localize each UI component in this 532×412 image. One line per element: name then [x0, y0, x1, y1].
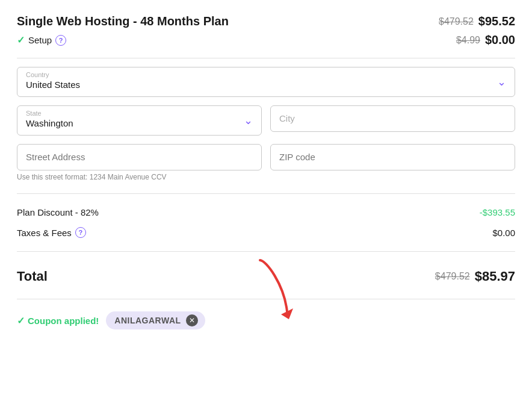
total-price-group: $479.52 $85.97	[435, 269, 515, 284]
taxes-label-text: Taxes & Fees	[17, 228, 72, 238]
plan-original-price: $479.52	[439, 16, 474, 27]
zip-input-wrapper[interactable]	[270, 144, 515, 170]
setup-original-price: $4.99	[456, 35, 480, 46]
setup-help-icon[interactable]: ?	[55, 35, 66, 46]
setup-row: ✓ Setup ? $4.99 $0.00	[17, 33, 515, 47]
divider-mid	[17, 193, 515, 194]
plan-price-group: $479.52 $95.52	[439, 14, 515, 28]
street-field-group: Use this street format: 1234 Main Avenue…	[17, 144, 262, 181]
coupon-code: ANILAGARWAL	[114, 316, 181, 325]
taxes-row: Taxes & Fees ? $0.00	[17, 222, 515, 243]
discount-value: -$393.55	[480, 207, 515, 217]
country-select[interactable]: United States	[26, 80, 506, 90]
taxes-help-icon[interactable]: ?	[75, 227, 86, 238]
total-label: Total	[17, 269, 48, 284]
street-zip-row: Use this street format: 1234 Main Avenue…	[17, 144, 515, 181]
setup-current-price: $0.00	[485, 33, 515, 47]
city-input[interactable]	[279, 113, 506, 123]
total-original-price: $479.52	[435, 271, 470, 282]
zip-input[interactable]	[279, 152, 506, 162]
plan-header: Single Web Hosting - 48 Months Plan $479…	[17, 14, 515, 28]
coupon-applied-text: Coupon applied!	[28, 316, 99, 326]
state-select[interactable]: Washington	[26, 118, 253, 128]
setup-price-group: $4.99 $0.00	[456, 33, 515, 47]
address-form: Country United States ⌄ State Washington…	[17, 67, 515, 181]
country-label: Country	[26, 71, 506, 78]
country-select-wrapper[interactable]: Country United States ⌄	[17, 67, 515, 97]
taxes-label: Taxes & Fees ?	[17, 227, 86, 238]
street-input[interactable]	[26, 152, 253, 162]
total-section: Total $479.52 $85.97	[17, 260, 515, 290]
setup-left: ✓ Setup ?	[17, 34, 66, 46]
discount-label: Plan Discount - 82%	[17, 207, 99, 217]
coupon-close-icon: ✕	[189, 317, 195, 324]
coupon-applied-label: ✓ Coupon applied!	[17, 315, 99, 326]
taxes-value: $0.00	[492, 228, 515, 238]
state-field-group: State Washington ⌄	[17, 105, 262, 136]
total-current-price: $85.97	[475, 269, 515, 284]
coupon-remove-button[interactable]: ✕	[186, 314, 198, 326]
discount-row: Plan Discount - 82% -$393.55	[17, 202, 515, 222]
state-select-wrapper[interactable]: State Washington ⌄	[17, 105, 262, 136]
plan-title: Single Web Hosting - 48 Months Plan	[17, 14, 229, 28]
plan-current-price: $95.52	[478, 14, 515, 28]
street-hint: Use this street format: 1234 Main Avenue…	[17, 173, 262, 181]
setup-checkmark: ✓	[17, 34, 25, 46]
street-input-wrapper[interactable]	[17, 144, 262, 170]
city-input-wrapper[interactable]	[270, 105, 515, 132]
arrow-annotation	[248, 254, 302, 323]
divider-top	[17, 58, 515, 58]
city-field-group	[270, 105, 515, 136]
zip-field-group	[270, 144, 515, 181]
divider-total	[17, 251, 515, 252]
coupon-checkmark-icon: ✓	[17, 315, 25, 326]
country-field-group: Country United States ⌄	[17, 67, 515, 97]
summary-section: Plan Discount - 82% -$393.55 Taxes & Fee…	[17, 202, 515, 243]
coupon-badge: ANILAGARWAL ✕	[106, 311, 205, 329]
state-city-row: State Washington ⌄	[17, 105, 515, 144]
setup-label: Setup	[28, 35, 52, 45]
state-label: State	[26, 110, 253, 117]
